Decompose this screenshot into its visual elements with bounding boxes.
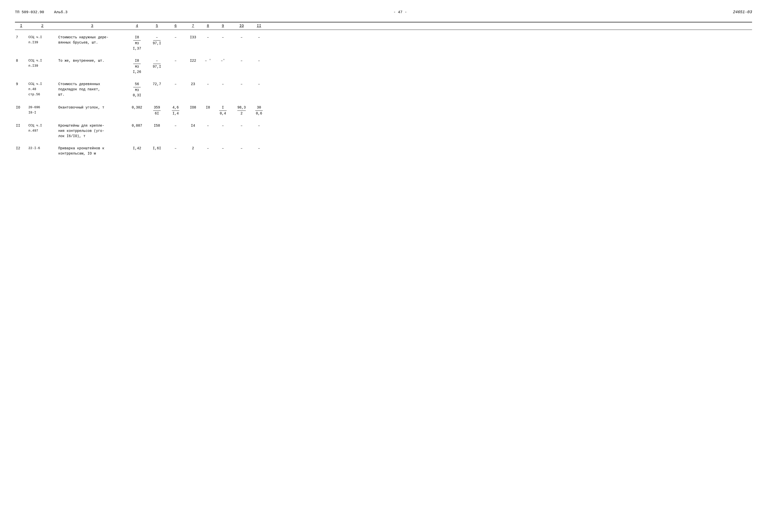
col-header-8: 8 [202, 24, 214, 28]
row-8-col11: – [252, 58, 267, 63]
album-ref: Альб.3 [54, 10, 67, 14]
table-row: 8 ССЦ ч.Iп.I39 То же, внутренние, шт. I8… [15, 56, 752, 79]
row-12-col9: – [214, 146, 232, 151]
row-10-col11: 30 0,6 [252, 105, 267, 116]
row-8-col8: – ' [202, 58, 214, 63]
table-row: 9 ССЦ ч.Iп.48стр.56 Стоимость деревянных… [15, 79, 752, 102]
row-9-ref: ССЦ ч.Iп.48стр.56 [27, 82, 57, 97]
row-12-ref: 22-I-6 [27, 146, 57, 151]
row-9-col4: 56 M30,3I [127, 82, 147, 98]
col-header-10: IO [232, 24, 252, 28]
row-8-col5: – 97,I [147, 58, 167, 69]
row-11-desc: Кронштейны для крепле-ния контррельсов (… [57, 123, 127, 139]
row-11-col9: – [214, 123, 232, 128]
row-12-col8: – [202, 146, 214, 151]
table-row: 7 ССЦ ч.Iп.I39 Стоимость наружных дере-в… [15, 31, 752, 55]
row-9-col6: – [167, 82, 184, 87]
row-11-col5: I58 [147, 123, 167, 128]
col-header-6: 6 [167, 24, 184, 28]
row-12-col5: I,6I [147, 146, 167, 151]
row-9-col5: 72,7 [147, 82, 167, 87]
table-row: IO 20-696I8-I Окантовочный уголок, т 0,3… [15, 103, 752, 120]
row-9-col11: – [252, 82, 267, 87]
row-10-col6: 4,6 I,4 [167, 105, 184, 116]
row-12-number: I2 [15, 146, 27, 151]
row-10-desc: Окантовочный уголок, т [57, 105, 127, 110]
row-7-col4: I8 M3I,37 [127, 35, 147, 51]
table-row: II ССЦ ч.Iп.497 Кронштейны для крепле-ни… [15, 121, 752, 143]
col-header-3: 3 [57, 24, 127, 28]
row-8-col6: – [167, 58, 184, 63]
row-7-col7: I33 [184, 35, 202, 40]
row-8-ref: ССЦ ч.Iп.I39 [27, 58, 57, 69]
header-left: ТП 509-032.90 Альб.3 [15, 10, 67, 14]
row-12-col11: – [252, 146, 267, 151]
main-table: I 2 3 4 5 6 7 8 9 IO II 7 ССЦ ч.Iп.I39 С… [15, 22, 752, 160]
col-header-9: 9 [214, 24, 232, 28]
row-7-col6: – [167, 35, 184, 40]
row-12-col7: 2 [184, 146, 202, 151]
row-8-col10: – [232, 58, 252, 63]
document-code: ТП 509-032.90 [15, 10, 44, 14]
row-10-col9: I 0,4 [214, 105, 232, 116]
row-7-desc: Стоимость наружных дере-вянных брусьев, … [57, 35, 127, 45]
row-12-col4: I,42 [127, 146, 147, 151]
col-header-5: 5 [147, 24, 167, 28]
row-8-number: 8 [15, 58, 27, 63]
col-header-7: 7 [184, 24, 202, 28]
row-11-ref: ССЦ ч.Iп.497 [27, 123, 57, 134]
row-10-col8: I8 [202, 105, 214, 110]
row-10-col10: 98,3 2 [232, 105, 252, 116]
row-11-col7: I4 [184, 123, 202, 128]
row-9-col8: – [202, 82, 214, 87]
drawing-number: 24651-03 [733, 10, 752, 14]
row-7-col8: – [202, 35, 214, 40]
col-header-2: 2 [27, 24, 57, 28]
row-8-col7: I22 [184, 58, 202, 63]
row-7-ref: ССЦ ч.Iп.I39 [27, 35, 57, 45]
row-8-col4: I8 M3I,26 [127, 58, 147, 75]
row-9-col10: – [232, 82, 252, 87]
row-7-col10: – [232, 35, 252, 40]
row-10-col7: IO8 [184, 105, 202, 110]
row-12-col6: – [167, 146, 184, 151]
row-9-number: 9 [15, 82, 27, 87]
column-headers: I 2 3 4 5 6 7 8 9 IO II [15, 22, 752, 30]
col-header-4: 4 [127, 24, 147, 28]
row-12-desc: Приварка кронштейнов кконтррельсам, IO м [57, 146, 127, 156]
page-header: ТП 509-032.90 Альб.3 - 47 - 24651-03 [15, 10, 752, 14]
table-row: I2 22-I-6 Приварка кронштейнов кконтррел… [15, 143, 752, 160]
row-9-col9: – [214, 82, 232, 87]
row-7-col11: – [252, 35, 267, 40]
row-10-col4: 0,302 [127, 105, 147, 110]
row-7-col5: – 97,I [147, 35, 167, 46]
row-11-col4: 0,087 [127, 123, 147, 128]
row-7-col9: – [214, 35, 232, 40]
row-9-desc: Стоимость деревянныхподкладок под пакет,… [57, 82, 127, 97]
col-header-11: II [252, 24, 267, 28]
col-header-1: I [15, 24, 27, 28]
row-8-desc: То же, внутренние, шт. [57, 58, 127, 63]
row-10-col5: 359 6I [147, 105, 167, 116]
row-11-col10: – [232, 123, 252, 128]
row-10-number: IO [15, 105, 27, 110]
row-12-col10: – [232, 146, 252, 151]
row-9-col7: 23 [184, 82, 202, 87]
row-11-col6: – [167, 123, 184, 128]
row-11-number: II [15, 123, 27, 128]
page-number: - 47 - [393, 10, 407, 14]
row-10-ref: 20-696I8-I [27, 105, 57, 115]
row-11-col11: – [252, 123, 267, 128]
row-8-col9: –' [214, 58, 232, 63]
row-7-number: 7 [15, 35, 27, 40]
row-11-col8: – [202, 123, 214, 128]
